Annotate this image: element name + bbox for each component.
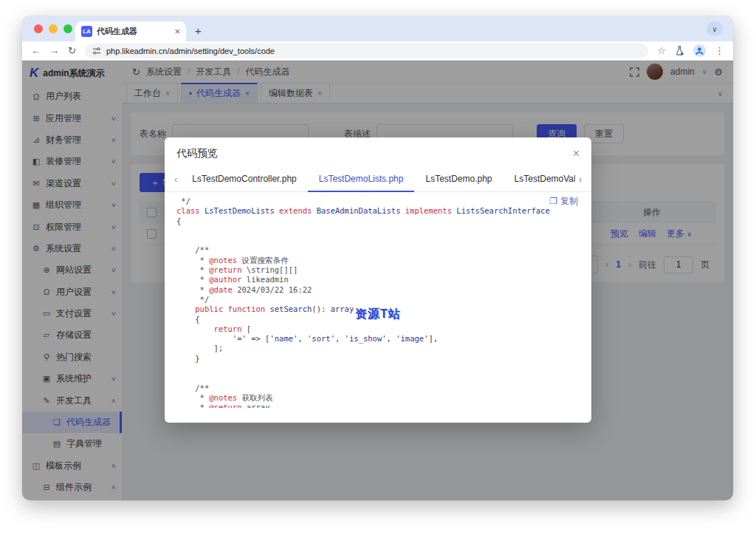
browser-tab-strip: LA 代码生成器 × + ∨: [22, 16, 733, 41]
file-tab-list: LsTestDemoController.phpLsTestDemoLists.…: [181, 167, 574, 192]
code-line: {: [176, 217, 580, 226]
code-line: [176, 373, 580, 383]
code-line: [176, 364, 580, 373]
favicon: LA: [81, 26, 92, 37]
copy-label: 复制: [560, 197, 578, 206]
modal-header: 代码预览 ×: [165, 137, 591, 167]
file-tabs-next-icon[interactable]: ›: [575, 174, 585, 185]
profile-icon[interactable]: [693, 44, 706, 57]
code-line: * @date 2024/03/22 16:22: [176, 285, 580, 295]
file-tab[interactable]: LsTestDemo.php: [414, 167, 503, 192]
copy-icon: ❐: [549, 197, 557, 206]
zoom-window-button[interactable]: [63, 24, 72, 33]
browser-toolbar: ← → ↻ php.likeadmin.cn/admin/setting/dev…: [22, 41, 733, 61]
back-icon[interactable]: ←: [31, 46, 41, 55]
code-line: [176, 236, 580, 245]
new-tab-button[interactable]: +: [195, 24, 202, 37]
browser-tab[interactable]: LA 代码生成器 ×: [75, 21, 186, 41]
copy-button[interactable]: ❐ 复制: [549, 197, 578, 206]
code-line: */: [176, 197, 580, 206]
file-tabs-prev-icon[interactable]: ‹: [171, 174, 181, 185]
code-line: '=' => ['name', 'sort', 'is_show', 'imag…: [176, 334, 580, 344]
code-preview-modal: 代码预览 × ‹ LsTestDemoController.phpLsTestD…: [165, 137, 591, 423]
file-tab[interactable]: LsTestDemoController.php: [181, 167, 307, 192]
code-line: [176, 226, 580, 236]
minimize-window-button[interactable]: [49, 24, 58, 33]
code-line: /**: [176, 384, 580, 393]
code-block: */class LsTestDemoLists extends BaseAdmi…: [176, 197, 580, 408]
file-tab[interactable]: LsTestDemoValidate.php: [504, 167, 575, 192]
code-line: * @notes 设置搜索条件: [176, 256, 580, 265]
reload-icon[interactable]: ↻: [68, 46, 76, 55]
code-line: /**: [176, 245, 580, 255]
code-line: * @return array: [176, 403, 580, 408]
tab-search-chevron-icon[interactable]: ∨: [707, 21, 723, 36]
file-tabs: ‹ LsTestDemoController.phpLsTestDemoList…: [165, 167, 591, 192]
browser-tab-title: 代码生成器: [97, 26, 170, 37]
forward-icon[interactable]: →: [49, 46, 59, 55]
toolbar-actions: ☆ ⋮: [657, 44, 724, 57]
modal-title: 代码预览: [176, 147, 218, 160]
kebab-menu-icon[interactable]: ⋮: [715, 46, 724, 55]
bookmark-star-icon[interactable]: ☆: [657, 46, 666, 55]
experiments-flask-icon[interactable]: [675, 46, 684, 55]
site-settings-icon[interactable]: [92, 47, 101, 55]
code-line: */: [176, 295, 580, 304]
modal-close-icon[interactable]: ×: [573, 148, 580, 160]
tab-close-icon[interactable]: ×: [174, 27, 180, 36]
code-line: ];: [176, 344, 580, 353]
code-line: class LsTestDemoLists extends BaseAdminD…: [176, 206, 580, 216]
code-line: * @notes 获取列表: [176, 393, 580, 403]
watermark: 资源T站: [355, 309, 401, 318]
file-tab[interactable]: LsTestDemoLists.php: [308, 167, 415, 192]
code-viewer[interactable]: ❐ 复制 */class LsTestDemoLists extends Bas…: [165, 192, 591, 408]
code-line: * @return \string[][]: [176, 265, 580, 275]
code-line: * @author likeadmin: [176, 275, 580, 284]
code-line: return [: [176, 324, 580, 334]
code-line: }: [176, 354, 580, 364]
close-window-button[interactable]: [34, 24, 43, 33]
window-controls: [34, 24, 72, 33]
url-bar[interactable]: php.likeadmin.cn/admin/setting/dev_tools…: [85, 44, 648, 58]
url-text: php.likeadmin.cn/admin/setting/dev_tools…: [106, 47, 275, 55]
browser-window: LA 代码生成器 × + ∨ ← → ↻ php.likeadmin.cn/ad…: [22, 16, 733, 500]
